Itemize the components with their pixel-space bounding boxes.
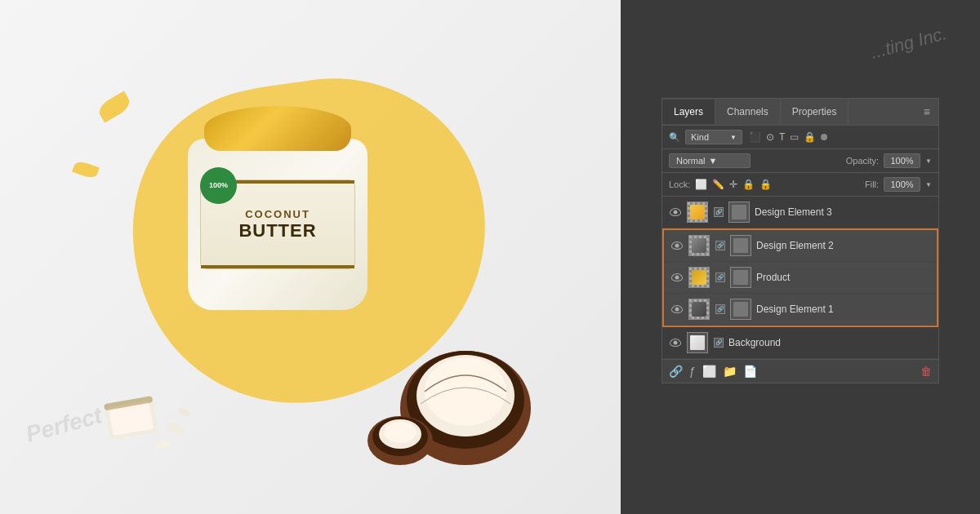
layer-thumbnail-design-element-3	[687, 202, 708, 223]
blend-mode-arrow: ▼	[708, 156, 717, 166]
jar-badge-text: 100%	[209, 182, 228, 190]
layer-visibility-background[interactable]	[669, 336, 682, 349]
lock-label: Lock:	[669, 179, 690, 189]
product-scene: COCONUT BUTTER 100%	[65, 65, 555, 490]
layer-name-design-element-2: Design Element 2	[756, 240, 930, 251]
fill-dropdown-arrow[interactable]: ▼	[925, 181, 932, 188]
type-filter-icon[interactable]: T	[779, 131, 785, 143]
layer-row-design-element-1[interactable]: 🔗 Design Element 1	[664, 294, 937, 326]
coconut-flakes	[98, 383, 204, 465]
jar-text-coconut: COCONUT	[245, 208, 310, 220]
svg-point-13	[176, 406, 191, 419]
layer-name-design-element-1: Design Element 1	[756, 304, 930, 315]
link-icon-bg: 🔗	[715, 339, 723, 346]
lock-image-icon[interactable]: ✏️	[712, 179, 724, 190]
layer-name-product: Product	[756, 272, 930, 283]
toolbar-row-kind: 🔍 Kind ▼ ⬛ ⊙ T ▭ 🔒	[662, 126, 938, 149]
adjustment-filter-icon[interactable]: ⊙	[766, 131, 774, 143]
layers-footer: 🔗 ƒ ⬜ 📁 📄 🗑	[662, 359, 938, 383]
layer-mask-design-element-3	[728, 202, 750, 223]
svg-point-3	[425, 357, 506, 426]
tab-properties[interactable]: Properties	[781, 100, 849, 124]
jar-text-butter: BUTTER	[238, 220, 316, 241]
layer-mask-design-element-2	[730, 235, 751, 256]
layer-visibility-product[interactable]	[670, 271, 684, 284]
blend-mode-dropdown[interactable]: Normal ▼	[669, 153, 751, 168]
eye-icon-product	[671, 273, 683, 281]
link-icon: 🔗	[715, 209, 723, 215]
layer-visibility-design-element-3[interactable]	[669, 206, 682, 219]
layer-link-design-element-2[interactable]: 🔗	[715, 241, 725, 250]
eye-icon-bg	[670, 339, 681, 347]
layer-thumbnail-design-element-2	[688, 235, 710, 256]
lock-all-icon[interactable]: 🔒	[760, 179, 772, 190]
filter-icons: ⬛ ⊙ T ▭ 🔒	[749, 131, 827, 143]
panel-menu-button[interactable]: ≡	[915, 99, 938, 125]
layer-thumbnail-product	[688, 267, 710, 288]
kind-label: Kind	[691, 132, 709, 142]
smartobject-filter-icon[interactable]: 🔒	[804, 131, 816, 143]
group-selection-bracket: 🔗 Design Element 2 🔗	[662, 228, 938, 327]
new-layer-icon[interactable]: 📄	[743, 365, 757, 378]
layer-row-background[interactable]: 🔗 Background	[662, 327, 938, 359]
layer-mask-design-element-1	[730, 299, 751, 320]
layer-thumbnail-background	[687, 332, 708, 353]
jar-label-strip-bottom	[201, 265, 354, 268]
add-mask-icon[interactable]: ⬜	[702, 365, 716, 378]
layers-panel-header: Layers Channels Properties ≡	[662, 99, 938, 126]
link-layers-icon[interactable]: 🔗	[669, 365, 683, 378]
jar-body: COCONUT BUTTER 100%	[188, 139, 368, 310]
layer-visibility-design-element-1[interactable]	[670, 303, 684, 316]
layer-name-background: Background	[728, 337, 932, 348]
jar-lid	[204, 106, 351, 151]
layer-visibility-design-element-2[interactable]	[670, 239, 684, 252]
layer-mask-product	[730, 267, 751, 288]
opacity-dropdown-arrow[interactable]: ▼	[925, 157, 932, 165]
layer-name-design-element-3: Design Element 3	[755, 206, 932, 218]
coconut-halves	[359, 310, 539, 473]
blend-mode-label: Normal	[676, 156, 705, 166]
layer-row-design-element-2[interactable]: 🔗 Design Element 2	[664, 230, 937, 262]
add-style-icon[interactable]: ƒ	[689, 365, 696, 378]
opacity-label: Opacity:	[846, 156, 879, 166]
opacity-value[interactable]: 100%	[884, 153, 920, 168]
fill-value[interactable]: 100%	[884, 177, 920, 192]
link-icon-de2: 🔗	[717, 242, 724, 249]
shape-filter-icon[interactable]: ▭	[790, 131, 799, 143]
pixel-filter-icon[interactable]: ⬛	[749, 131, 761, 143]
kind-dropdown-arrow: ▼	[730, 134, 737, 141]
search-icon: 🔍	[669, 132, 680, 143]
layer-link-product[interactable]: 🔗	[715, 273, 725, 282]
lock-icons-group: ⬜ ✏️ ✛ 🔒 🔒	[695, 179, 772, 190]
fill-label: Fill:	[865, 179, 879, 189]
layer-link-design-element-1[interactable]: 🔗	[715, 304, 725, 314]
lock-artboard-icon[interactable]: 🔒	[742, 179, 755, 190]
delete-layer-icon[interactable]: 🗑	[920, 365, 932, 378]
eye-icon-de2	[671, 241, 683, 250]
filter-toggle-dot[interactable]	[821, 134, 827, 140]
eye-icon	[670, 208, 681, 216]
eye-icon-de1	[671, 305, 683, 313]
toolbar-row-blend: Normal ▼ Opacity: 100% ▼	[662, 149, 938, 173]
tab-layers[interactable]: Layers	[662, 100, 715, 124]
layer-row-product[interactable]: 🔗 Product	[664, 262, 937, 294]
jar: COCONUT BUTTER 100%	[188, 106, 368, 318]
lock-transparency-icon[interactable]: ⬜	[695, 179, 707, 190]
toolbar-row-lock: Lock: ⬜ ✏️ ✛ 🔒 🔒 Fill: 100% ▼	[662, 173, 938, 197]
link-icon-product: 🔗	[717, 274, 724, 281]
new-group-icon[interactable]: 📁	[723, 365, 737, 378]
svg-point-11	[165, 420, 187, 436]
layers-body: 🔗 Design Element 3 🔗	[662, 197, 938, 359]
lock-position-icon[interactable]: ✛	[729, 179, 737, 190]
kind-dropdown[interactable]: Kind ▼	[685, 130, 742, 144]
layers-panel: Layers Channels Properties ≡ 🔍 Kind ▼ ⬛ …	[662, 98, 939, 383]
layer-link-design-element-3[interactable]: 🔗	[714, 207, 724, 217]
layer-thumbnail-design-element-1	[688, 299, 710, 320]
tab-channels[interactable]: Channels	[715, 100, 781, 124]
layer-row-design-element-3[interactable]: 🔗 Design Element 3	[662, 197, 938, 228]
svg-point-12	[154, 439, 172, 451]
link-icon-de1: 🔗	[717, 306, 724, 312]
svg-point-7	[384, 422, 416, 443]
layer-link-background[interactable]: 🔗	[714, 338, 724, 348]
jar-badge: 100%	[200, 167, 237, 204]
